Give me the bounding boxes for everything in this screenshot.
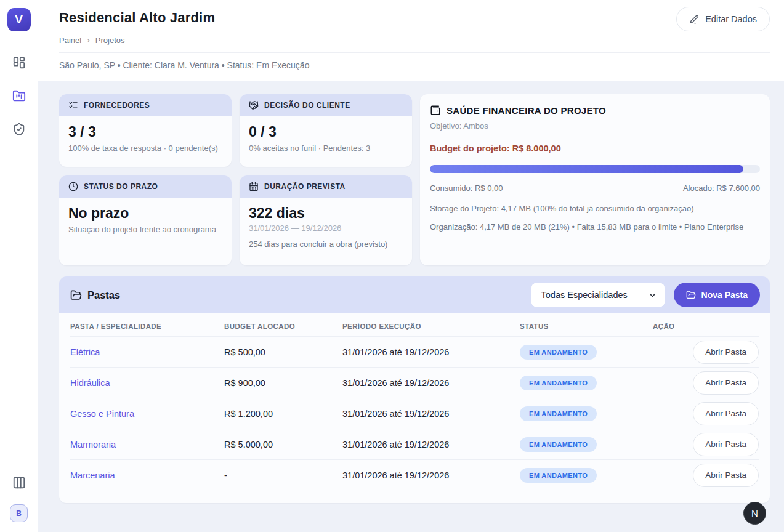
col-header-period: PERÍODO EXECUÇÃO [342,323,520,330]
client-decision-card: DECISÃO DO CLIENTE 0 / 3 0% aceitas no f… [240,94,412,167]
new-folder-label: Nova Pasta [701,290,748,300]
sidebar-nav [12,56,26,136]
consumed-allocated-row: Consumido: R$ 0,00 Alocado: R$ 7.600,00 [430,183,760,193]
duration-subtitle: 254 dias para concluir a obra (previsto) [249,240,403,249]
project-meta-line: São Paulo, SP • Cliente: Clara M. Ventur… [59,60,770,81]
folder-period-cell: 31/01/2026 até 19/12/2026 [342,347,520,357]
folder-name-link[interactable]: Gesso e Pintura [70,409,224,419]
financial-objective: Objetivo: Ambos [430,121,760,131]
folder-open-icon [686,290,696,300]
project-budget: Budget do projeto: R$ 8.000,00 [430,143,760,153]
new-folder-button[interactable]: Nova Pasta [674,283,760,307]
folder-status-badge: EM ANDAMENTO [520,345,597,360]
page-header: Residencial Alto Jardim Editar Dados Pai… [38,0,784,81]
sidebar: V B [0,0,38,532]
duration-card-title: DURAÇÃO PREVISTA [264,182,346,191]
sidebar-bottom: B [10,476,28,522]
folder-period-cell: 31/01/2026 até 19/12/2026 [342,409,520,419]
folder-budget-cell: R$ 1.200,00 [224,409,342,419]
client-decision-card-title: DECISÃO DO CLIENTE [264,101,350,110]
folders-table-body: Elétrica R$ 500,00 31/01/2026 até 19/12/… [70,336,759,490]
wallet-icon [430,105,441,116]
budget-progress-track [430,165,760,173]
specialty-filter-select[interactable]: Todas Especialidades [531,283,665,307]
edit-data-button[interactable]: Editar Dados [676,7,770,31]
breadcrumb-home[interactable]: Painel [59,36,81,45]
open-folder-button[interactable]: Abrir Pasta [693,433,759,456]
folder-name-link[interactable]: Elétrica [70,347,224,357]
folders-actions: Todas Especialidades Nova Pasta [531,283,760,307]
folder-status-badge: EM ANDAMENTO [520,468,597,483]
duration-card-body: 322 dias 31/01/2026 — 19/12/2026 254 dia… [240,198,412,256]
app-logo[interactable]: V [7,8,31,31]
col-header-budget: BUDGET ALOCADO [224,323,342,330]
financial-title-row: SAÚDE FINANCEIRA DO PROJETO [430,105,760,116]
pencil-icon [689,14,700,25]
content: FORNECEDORES 3 / 3 100% de taxa de respo… [38,81,784,532]
open-folder-button[interactable]: Abrir Pasta [693,371,759,395]
allocated-value: Alocado: R$ 7.600,00 [683,183,760,193]
folders-title: Pastas [87,289,120,301]
deadline-status-card: STATUS DO PRAZO No prazo Situação do pro… [59,175,232,265]
deadline-status-subtitle: Situação do projeto frente ao cronograma [68,225,222,234]
consumed-value: Consumido: R$ 0,00 [430,183,503,193]
open-folder-button[interactable]: Abrir Pasta [693,341,759,364]
open-folder-button[interactable]: Abrir Pasta [693,402,759,425]
columns-icon[interactable] [12,476,26,490]
budget-progress-fill [430,165,743,173]
col-header-folder: PASTA / ESPECIALIDADE [70,323,224,330]
beta-badge[interactable]: B [10,504,28,522]
folder-status-badge: EM ANDAMENTO [520,406,597,421]
folder-budget-cell: - [224,470,342,480]
folder-table-row: Hidráulica R$ 900,00 31/01/2026 até 19/1… [70,367,759,398]
suppliers-subtitle: 100% de taxa de resposta · 0 pendente(s) [68,143,222,153]
folder-name-link[interactable]: Marcenaria [70,470,224,480]
main-area: Residencial Alto Jardim Editar Dados Pai… [38,0,784,532]
header-divider [59,52,770,53]
handshake-icon [249,100,259,110]
client-decision-card-body: 0 / 3 0% aceitas no funil · Pendentes: 3 [240,116,412,160]
folder-budget-cell: R$ 900,00 [224,378,342,388]
deadline-status-card-body: No prazo Situação do projeto frente ao c… [59,198,232,241]
open-folder-button[interactable]: Abrir Pasta [693,464,759,487]
projects-folder-icon[interactable] [12,89,26,103]
col-header-action: AÇÃO [653,323,759,330]
breadcrumb-separator: › [87,35,90,45]
page-title: Residencial Alto Jardim [59,10,770,26]
client-decision-subtitle: 0% aceitas no funil · Pendentes: 3 [249,143,403,153]
folder-period-cell: 31/01/2026 até 19/12/2026 [342,470,520,480]
client-decision-value: 0 / 3 [249,124,403,140]
dev-indicator-button[interactable]: N [743,502,766,525]
folder-name-link[interactable]: Marmoraria [70,440,224,449]
calendar-icon [249,182,259,191]
folder-status-badge: EM ANDAMENTO [520,437,597,452]
financial-title: SAÚDE FINANCEIRA DO PROJETO [447,105,606,116]
folder-table-row: Gesso e Pintura R$ 1.200,00 31/01/2026 a… [70,398,759,429]
deadline-status-value: No prazo [68,205,222,222]
deadline-status-card-header: STATUS DO PRAZO [59,175,232,198]
suppliers-card-body: 3 / 3 100% de taxa de resposta · 0 pende… [59,116,232,160]
suppliers-value: 3 / 3 [68,124,222,140]
clock-icon [68,182,78,191]
suppliers-card-header: FORNECEDORES [59,94,232,116]
financial-health-panel: SAÚDE FINANCEIRA DO PROJETO Objetivo: Am… [420,94,770,265]
dashboard-grid-icon[interactable] [12,56,26,70]
folders-title-wrap: Pastas [70,289,120,301]
folder-period-cell: 31/01/2026 até 19/12/2026 [342,378,520,388]
col-header-status: STATUS [520,323,653,330]
stats-grid: FORNECEDORES 3 / 3 100% de taxa de respo… [59,94,770,265]
folder-status-badge: EM ANDAMENTO [520,376,597,390]
checklist-icon [68,100,78,110]
folder-table-row: Marmoraria R$ 5.000,00 31/01/2026 até 19… [70,429,759,459]
suppliers-card: FORNECEDORES 3 / 3 100% de taxa de respo… [59,94,232,167]
folders-table-header-row: PASTA / ESPECIALIDADE BUDGET ALOCADO PER… [70,313,759,336]
folder-table-row: Elétrica R$ 500,00 31/01/2026 até 19/12/… [70,336,759,367]
folder-budget-cell: R$ 5.000,00 [224,440,342,449]
specialty-filter-value: Todas Especialidades [541,290,628,300]
folders-header: Pastas Todas Especialidades Nova Pasta [59,276,770,313]
folders-table: PASTA / ESPECIALIDADE BUDGET ALOCADO PER… [59,313,770,503]
folder-name-link[interactable]: Hidráulica [70,378,224,388]
breadcrumb-current[interactable]: Projetos [95,36,125,45]
folder-period-cell: 31/01/2026 até 19/12/2026 [342,440,520,449]
shield-check-icon[interactable] [12,123,26,136]
